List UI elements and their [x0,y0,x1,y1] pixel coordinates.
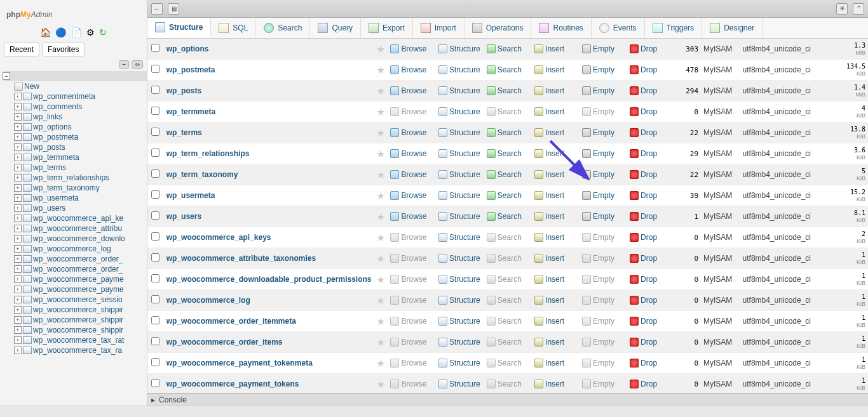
empty-action[interactable]: Empty [582,359,625,367]
insert-action[interactable]: Insert [534,359,577,367]
insert-action[interactable]: Insert [534,170,577,179]
insert-action[interactable]: Insert [534,317,577,326]
favorite-star-icon[interactable]: ★ [374,60,388,81]
tree-table-item[interactable]: +wp_woocommerce_order_ [14,254,147,264]
browse-action[interactable]: Browse [390,254,433,263]
empty-action[interactable]: Empty [582,149,625,158]
plus-icon[interactable]: + [14,336,22,344]
empty-action[interactable]: Empty [582,86,625,95]
tab-sql[interactable]: SQL [211,18,256,38]
browse-action[interactable]: Browse [390,65,433,74]
drop-action[interactable]: Drop [630,170,672,179]
tab-operations[interactable]: Operations [465,18,532,38]
favorite-star-icon[interactable]: ★ [374,374,388,395]
structure-action[interactable]: Structure [438,233,482,242]
tree-new[interactable]: New [14,81,147,91]
search-action[interactable]: Search [487,275,529,284]
insert-action[interactable]: Insert [534,233,577,242]
favorite-star-icon[interactable]: ★ [374,164,388,185]
drop-action[interactable]: Drop [630,44,672,53]
drop-action[interactable]: Drop [630,380,672,388]
row-checkbox[interactable] [151,107,159,115]
empty-action[interactable]: Empty [582,380,625,388]
insert-action[interactable]: Insert [534,149,577,158]
tree-table-item[interactable]: +wp_posts [14,142,147,152]
structure-action[interactable]: Structure [438,317,482,326]
insert-action[interactable]: Insert [534,212,577,221]
favorite-star-icon[interactable]: ★ [374,143,388,164]
search-action[interactable]: Search [487,128,529,137]
plus-icon[interactable]: + [14,316,22,324]
drop-action[interactable]: Drop [630,338,672,347]
table-name-link[interactable]: wp_woocommerce_attribute_taxonomies [166,254,316,263]
structure-action[interactable]: Structure [438,254,482,263]
tab-import[interactable]: Import [413,18,465,38]
plus-icon[interactable]: + [14,103,22,110]
tree-table-item[interactable]: +wp_woocommerce_shippir [14,325,147,335]
browse-action[interactable]: Browse [390,359,433,367]
plus-icon[interactable]: + [14,275,22,283]
tree-table-item[interactable]: +wp_postmeta [14,132,147,142]
tree-table-item[interactable]: +wp_woocommerce_api_ke [14,213,147,223]
row-checkbox[interactable] [151,169,159,178]
row-checkbox[interactable] [151,316,159,324]
tree-table-item[interactable]: +wp_woocommerce_payme [14,284,147,295]
drop-action[interactable]: Drop [630,149,672,158]
console-toggle-icon[interactable]: ▸ [147,395,159,404]
tree-table-item[interactable]: +wp_woocommerce_payme [14,274,147,284]
empty-action[interactable]: Empty [582,233,625,242]
collapse-icon[interactable]: − [119,60,129,69]
plus-icon[interactable]: + [14,255,22,263]
drop-action[interactable]: Drop [630,212,672,221]
plus-icon[interactable]: + [14,326,22,334]
browse-action[interactable]: Browse [390,86,433,95]
tree-table-item[interactable]: +wp_users [14,203,147,213]
plus-icon[interactable]: + [14,265,22,273]
search-action[interactable]: Search [487,170,529,179]
search-action[interactable]: Search [487,191,529,200]
insert-action[interactable]: Insert [534,107,577,116]
browse-action[interactable]: Browse [390,275,433,284]
navsettings-icon[interactable]: ⚙ [86,27,95,37]
table-name-link[interactable]: wp_users [166,212,201,221]
insert-action[interactable]: Insert [534,128,577,137]
table-name-link[interactable]: wp_usermeta [166,191,215,200]
tree-table-item[interactable]: +wp_woocommerce_shippir [14,305,147,315]
structure-action[interactable]: Structure [438,149,482,158]
row-checkbox[interactable] [151,358,159,366]
tab-triggers[interactable]: Triggers [645,18,703,38]
search-action[interactable]: Search [487,338,529,347]
favorite-star-icon[interactable]: ★ [374,227,388,248]
plus-icon[interactable]: + [14,286,22,293]
row-checkbox[interactable] [151,379,159,387]
search-action[interactable]: Search [487,359,529,367]
favorite-star-icon[interactable]: ★ [374,332,388,353]
drop-action[interactable]: Drop [630,275,672,284]
search-action[interactable]: Search [487,107,529,116]
table-name-link[interactable]: wp_term_relationships [166,149,250,158]
table-name-link[interactable]: wp_woocommerce_order_itemmeta [166,317,296,326]
tab-routines[interactable]: Routines [531,18,591,38]
collapse-top-icon[interactable]: ⌃ [853,3,864,15]
favorite-star-icon[interactable]: ★ [374,81,388,102]
table-name-link[interactable]: wp_options [166,44,209,53]
tree-table-item[interactable]: +wp_usermeta [14,193,147,203]
table-name-link[interactable]: wp_woocommerce_order_items [166,338,283,347]
table-name-link[interactable]: wp_postmeta [166,65,215,74]
plus-icon[interactable]: + [14,154,22,161]
empty-action[interactable]: Empty [582,65,625,74]
recent-tab[interactable]: Recent [4,43,39,56]
drop-action[interactable]: Drop [630,107,672,116]
plus-icon[interactable]: + [14,245,22,253]
row-checkbox[interactable] [151,128,159,136]
search-action[interactable]: Search [487,86,529,95]
browse-action[interactable]: Browse [390,107,433,116]
favorite-star-icon[interactable]: ★ [374,248,388,269]
plus-icon[interactable]: + [14,204,22,212]
structure-action[interactable]: Structure [438,191,482,200]
drop-action[interactable]: Drop [630,317,672,326]
db-node[interactable]: − [3,71,147,81]
structure-action[interactable]: Structure [438,338,482,347]
plus-icon[interactable]: + [14,143,22,151]
drop-action[interactable]: Drop [630,128,672,137]
